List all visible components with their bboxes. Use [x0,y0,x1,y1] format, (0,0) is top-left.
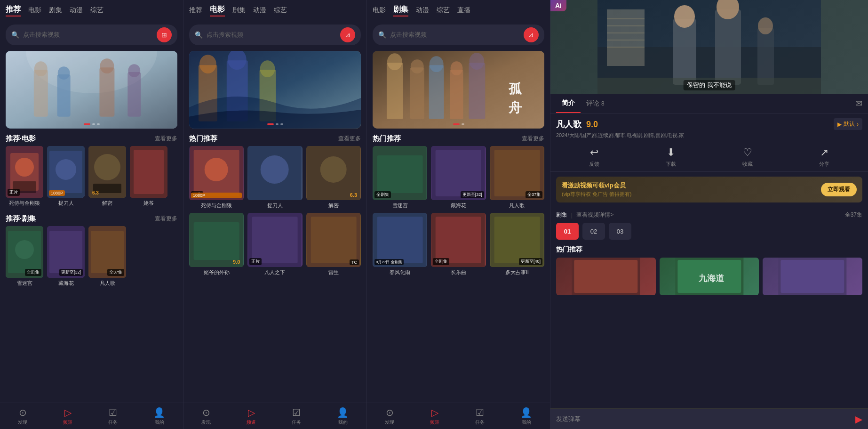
hot-card-p2-4[interactable]: 9.0 姥爷的外孙 [189,213,244,276]
tab-variety-p3[interactable]: 综艺 [437,6,450,15]
video-player[interactable]: Ai 保密的 我不能说 [550,0,868,94]
episode-btn-2[interactable]: 02 [582,223,605,240]
nav-task-p3[interactable]: ☑ 任务 [475,407,485,426]
content-scroll-p2[interactable]: 热门推荐 查看更多 正片 1080P 死侍与金刚狼 [183,130,366,403]
tab-anime-p3[interactable]: 动漫 [416,6,429,15]
tab-movie-p2[interactable]: 电影 [210,5,225,16]
nav-channel-p1[interactable]: ▷ 频道 [63,407,72,426]
hot-rec-section: 热门推荐 九海道 [550,242,868,299]
profile-label-p1: 我的 [155,419,164,426]
content-scroll-p1[interactable]: 推荐·电影 查看更多 正片 死侍与金刚狼 [0,130,183,403]
movie-card-1[interactable]: 正片 死侍与金刚狼 [6,146,43,207]
nav-profile-p2[interactable]: 👤 我的 [337,407,349,426]
nav-profile-p3[interactable]: 👤 我的 [520,407,532,426]
movie-card-4[interactable]: 姥爷 [130,146,167,207]
hot-card-p3-1[interactable]: 全剧集 雪迷宫 [373,146,427,209]
nav-task-p1[interactable]: ☑ 任务 [108,407,118,426]
section-more-hot-p3[interactable]: 查看更多 [522,135,544,143]
search-bar-p2[interactable]: 🔍 点击搜索视频 ⊿ [189,24,361,45]
section-more-recommend-movie[interactable]: 查看更多 [155,135,177,143]
hot-card-p2-1[interactable]: 正片 1080P 死侍与金刚狼 [189,146,244,209]
tab-recommend-p2[interactable]: 推荐 [189,6,202,15]
hot-rec-card-1[interactable] [556,258,656,295]
discover-icon-p1: ⊙ [19,407,27,418]
nav-discover-p1[interactable]: ⊙ 发现 [18,407,27,426]
action-download[interactable]: ⬇ 下载 [666,146,676,168]
tab-recommend-p1[interactable]: 推荐 [6,5,21,16]
movie-badge-2: 1080P [49,190,65,196]
nav-profile-p1[interactable]: 👤 我的 [153,407,165,426]
vip-watch-btn[interactable]: 立即观看 [821,183,857,196]
banner-p2[interactable] [189,51,361,129]
hot-rec-poster-3 [763,258,862,295]
hot-card-p3-6[interactable]: 更新至[40] 多大占事II [490,213,544,276]
search-bar-p3[interactable]: 🔍 点击搜索视频 ⊿ [373,24,544,45]
task-icon-p2: ☑ [292,407,301,418]
svg-point-24 [15,240,34,259]
tab-movie-p3[interactable]: 电影 [373,6,386,15]
hot-card-p3-3[interactable]: 全37集 凡人歌 [490,146,544,209]
series-card-1[interactable]: 全剧集 雪迷宫 [6,226,43,287]
tab-anime-p2[interactable]: 动漫 [253,6,266,15]
episode-btn-3[interactable]: 03 [609,223,631,240]
movie-title-1: 死侍与金刚狼 [6,200,43,207]
action-feedback[interactable]: ↩ 反馈 [589,146,599,168]
action-share[interactable]: ↗ 分享 [819,146,829,168]
movie-card-3[interactable]: 6.3 解密 [88,146,126,207]
hot-card-p2-5[interactable]: 正片 凡人之下 [247,213,302,276]
tab-comments[interactable]: 评论 8 [581,95,610,113]
search-filter-btn-p3[interactable]: ⊿ [524,27,539,42]
tab-live-p3[interactable]: 直播 [457,6,470,15]
hot-grid-p3: 全剧集 雪迷宫 更新至[32] 藏海花 [367,146,550,280]
section-more-recommend-series[interactable]: 查看更多 [155,215,177,223]
detail-scroll[interactable]: 凡人歌 9.0 ▶ 默认 › 2024/大陆/国产剧,连续剧,都市,电视剧,剧情… [550,113,868,408]
search-filter-btn-p2[interactable]: ⊿ [340,27,355,42]
hot-card-p2-6[interactable]: TC 雷生 [306,213,361,276]
hot-card-p2-2[interactable]: 捉刀人 [247,146,302,209]
detail-default-btn[interactable]: ▶ 默认 › [834,118,862,130]
series-card-3[interactable]: 全37集 凡人歌 [88,226,126,287]
hot-title-p3-1: 雪迷宫 [373,202,427,209]
tab-variety-p1[interactable]: 综艺 [90,6,104,15]
episode-btn-1[interactable]: 01 [556,223,579,240]
movie-card-2[interactable]: 1080P 捉刀人 [47,146,85,207]
tab-anime-p1[interactable]: 动漫 [70,6,83,15]
tab-movie-p1[interactable]: 电影 [28,6,41,15]
nav-discover-p2[interactable]: ⊙ 发现 [201,407,211,426]
episode-nav-detail[interactable]: 查看视频详情> [576,211,613,219]
section-title-recommend-movie: 推荐·电影 [6,134,36,143]
series-card-2[interactable]: 更新至[32] 藏海花 [47,226,85,287]
hot-badge-p2-4: 9.0 [231,259,242,265]
hot-poster-p3-3: 全37集 [490,146,544,200]
hot-rec-card-3[interactable] [763,258,862,295]
hot-card-p3-5[interactable]: 全剧集 长乐曲 [431,213,486,276]
section-header-recommend-series: 推荐·剧集 查看更多 [0,210,183,226]
section-more-hot-p2[interactable]: 查看更多 [338,135,361,143]
tab-intro[interactable]: 简介 [556,94,581,113]
banner-p3[interactable]: 孤 舟 [373,51,544,129]
tab-series-p2[interactable]: 剧集 [232,6,246,15]
tab-variety-p2[interactable]: 综艺 [274,6,287,15]
danmu-send-btn[interactable]: ▶ [855,413,862,425]
search-bar-p1[interactable]: 🔍 点击搜索视频 ⊞ [6,24,177,45]
tab-series-p3[interactable]: 剧集 [393,5,408,16]
episode-nav-series[interactable]: 剧集 [556,211,567,219]
search-grid-btn-p1[interactable]: ⊞ [157,27,172,42]
hot-card-p2-3[interactable]: 6.3 解密 [306,146,361,209]
message-icon[interactable]: ✉ [855,98,862,109]
profile-label-p2: 我的 [338,419,348,426]
svg-point-7 [100,58,114,73]
section-header-hot-p2: 热门推荐 查看更多 [183,130,366,146]
nav-channel-p2[interactable]: ▷ 频道 [247,407,256,426]
nav-discover-p3[interactable]: ⊙ 发现 [385,407,394,426]
nav-task-p2[interactable]: ☑ 任务 [292,407,301,426]
hot-card-p3-4[interactable]: 8月27日 全剧集 春风化雨 [373,213,427,276]
tab-series-p1[interactable]: 剧集 [49,6,62,15]
content-scroll-p3[interactable]: 热门推荐 查看更多 全剧集 雪迷宫 [367,130,550,403]
action-favorite[interactable]: ♡ 收藏 [742,146,753,168]
danmu-input[interactable]: 发送弹幕 [556,415,852,423]
banner-p1[interactable] [6,51,177,129]
nav-channel-p3[interactable]: ▷ 频道 [430,407,439,426]
hot-card-p3-2[interactable]: 更新至[32] 藏海花 [431,146,486,209]
hot-rec-card-2[interactable]: 九海道 [660,258,759,295]
